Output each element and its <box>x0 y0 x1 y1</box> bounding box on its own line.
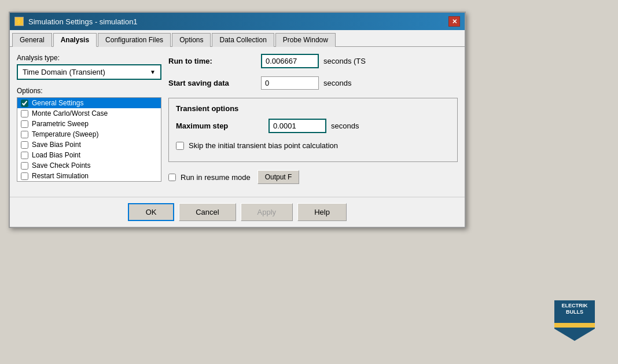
checkbox-restart-simulation[interactable] <box>21 172 28 180</box>
main-layout: Analysis type: Time Domain (Transient) ▼… <box>17 54 458 190</box>
help-button[interactable]: Help <box>297 203 347 221</box>
option-general-settings[interactable]: General Settings <box>17 98 161 108</box>
tab-configuration-files[interactable]: Configuration Files <box>98 33 171 47</box>
skip-checkbox-row: Skip the initial transient bias point ca… <box>176 141 450 150</box>
button-bar: OK Cancel Apply Help <box>10 197 465 227</box>
skip-checkbox[interactable] <box>176 142 184 150</box>
tab-options[interactable]: Options <box>172 33 211 47</box>
analysis-type-dropdown[interactable]: Time Domain (Transient) ▼ <box>17 64 161 80</box>
start-saving-label: Start saving data <box>168 79 261 87</box>
start-saving-unit: seconds <box>323 79 351 87</box>
close-button[interactable]: ✕ <box>448 16 460 27</box>
transient-title: Transient options <box>176 104 450 113</box>
dropdown-arrow-icon: ▼ <box>150 69 156 75</box>
apply-button[interactable]: Apply <box>241 203 293 221</box>
transient-options-box: Transient options Maximum step seconds S… <box>168 98 458 162</box>
tab-data-collection[interactable]: Data Collection <box>212 33 274 47</box>
title-bar-left: ⚡ Simulation Settings - simulation1 <box>14 17 138 26</box>
run-to-time-row: Run to time: seconds (TS <box>168 54 458 68</box>
run-to-time-label: Run to time: <box>168 57 261 65</box>
option-label-load-bias-point: Load Bias Point <box>32 151 80 159</box>
logo-area: ELECTRIKBULLS <box>549 300 606 347</box>
output-file-button[interactable]: Output F <box>258 170 300 184</box>
app-icon: ⚡ <box>14 17 24 26</box>
title-bar: ⚡ Simulation Settings - simulation1 ✕ <box>10 13 465 30</box>
tab-probe-window[interactable]: Probe Window <box>275 33 336 47</box>
option-monte-carlo[interactable]: Monte Carlo/Worst Case <box>17 108 161 119</box>
dialog-body: Analysis type: Time Domain (Transient) ▼… <box>10 47 465 197</box>
window-title: Simulation Settings - simulation1 <box>28 17 138 26</box>
tab-general[interactable]: General <box>12 33 52 47</box>
run-to-time-input[interactable] <box>261 54 319 68</box>
checkbox-save-bias-point[interactable] <box>21 141 28 149</box>
checkbox-load-bias-point[interactable] <box>21 152 28 159</box>
options-list: General Settings Monte Carlo/Worst Case … <box>17 97 161 182</box>
option-temperature-sweep[interactable]: Temperature (Sweep) <box>17 129 161 139</box>
max-step-input[interactable] <box>268 119 326 133</box>
max-step-row: Maximum step seconds <box>176 119 450 133</box>
option-parametric-sweep[interactable]: Parametric Sweep <box>17 119 161 129</box>
option-save-bias-point[interactable]: Save Bias Point <box>17 139 161 150</box>
checkbox-save-check-points[interactable] <box>21 162 28 170</box>
resume-label: Run in resume mode <box>181 173 251 182</box>
logo-shield: ELECTRIKBULLS <box>554 300 595 341</box>
option-label-general-settings: General Settings <box>32 99 83 107</box>
logo-yellow-bar <box>554 323 595 328</box>
checkbox-parametric-sweep[interactable] <box>21 120 28 128</box>
ok-button[interactable]: OK <box>128 203 174 221</box>
checkbox-monte-carlo[interactable] <box>21 110 28 117</box>
skip-label: Skip the initial transient bias point ca… <box>189 141 338 150</box>
option-label-temperature-sweep: Temperature (Sweep) <box>32 130 98 138</box>
run-to-time-unit: seconds (TS <box>323 57 366 65</box>
max-step-unit: seconds <box>331 122 359 130</box>
tab-analysis[interactable]: Analysis <box>53 33 97 47</box>
option-restart-simulation[interactable]: Restart Simulation <box>17 171 161 181</box>
option-label-save-check-points: Save Check Points <box>32 161 90 170</box>
cancel-button[interactable]: Cancel <box>179 203 236 221</box>
option-label-save-bias-point: Save Bias Point <box>32 141 81 149</box>
option-label-restart-simulation: Restart Simulation <box>32 172 89 180</box>
option-label-monte-carlo: Monte Carlo/Worst Case <box>32 109 108 117</box>
option-save-check-points[interactable]: Save Check Points <box>17 160 161 171</box>
resume-row: Run in resume mode Output F <box>168 170 458 184</box>
analysis-type-value: Time Domain (Transient) <box>23 68 105 76</box>
checkbox-general-settings[interactable] <box>21 100 28 107</box>
left-panel: Analysis type: Time Domain (Transient) ▼… <box>17 54 161 190</box>
dialog: ⚡ Simulation Settings - simulation1 ✕ Ge… <box>9 12 466 228</box>
checkbox-temperature-sweep[interactable] <box>21 131 28 138</box>
analysis-type-label: Analysis type: <box>17 54 161 62</box>
right-panel: Run to time: seconds (TS Start saving da… <box>168 54 458 190</box>
tab-bar: General Analysis Configuration Files Opt… <box>10 30 465 47</box>
start-saving-input[interactable] <box>261 76 319 90</box>
option-label-parametric-sweep: Parametric Sweep <box>32 120 89 128</box>
logo-container: ELECTRIKBULLS <box>549 300 601 344</box>
resume-checkbox[interactable] <box>168 174 176 181</box>
start-saving-row: Start saving data seconds <box>168 76 458 90</box>
logo-text: ELECTRIKBULLS <box>562 303 588 315</box>
options-label: Options: <box>17 87 161 95</box>
max-step-label: Maximum step <box>176 122 268 130</box>
option-load-bias-point[interactable]: Load Bias Point <box>17 150 161 160</box>
